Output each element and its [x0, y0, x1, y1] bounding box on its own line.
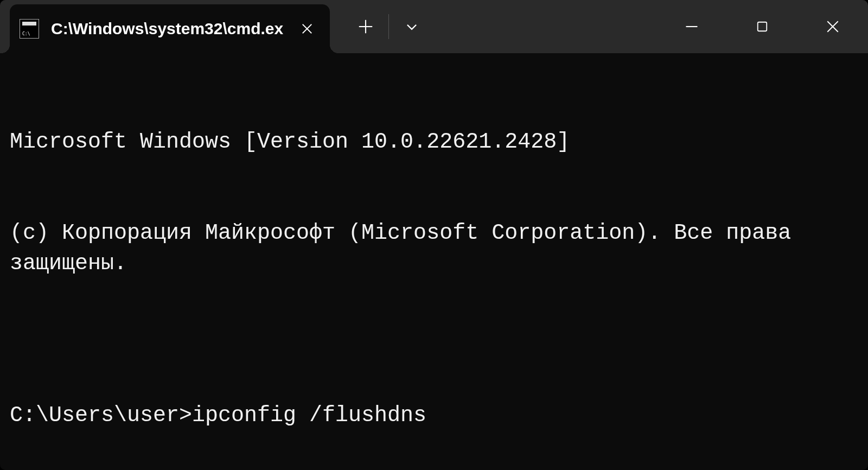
separator — [388, 14, 389, 39]
tab-dropdown-button[interactable] — [392, 8, 431, 46]
terminal-window: C:\Windows\system32\cmd.ex — [0, 0, 868, 470]
cmd-icon — [20, 19, 39, 39]
tab-actions — [346, 0, 431, 53]
terminal-line: (c) Корпорация Майкрософт (Microsoft Cor… — [10, 218, 858, 279]
maximize-icon — [756, 20, 769, 33]
titlebar[interactable]: C:\Windows\system32\cmd.ex — [0, 0, 868, 53]
tab-title: C:\Windows\system32\cmd.ex — [51, 20, 283, 38]
terminal-line: C:\Users\user>ipconfig /flushdns — [10, 401, 858, 431]
plus-icon — [358, 19, 373, 34]
svg-rect-5 — [758, 22, 767, 31]
terminal-line: Microsoft Windows [Version 10.0.22621.24… — [10, 127, 858, 157]
chevron-down-icon — [405, 20, 419, 34]
tab-cmd[interactable]: C:\Windows\system32\cmd.ex — [10, 4, 330, 53]
maximize-button[interactable] — [727, 0, 797, 53]
close-icon — [826, 20, 840, 34]
window-controls — [656, 0, 868, 53]
minimize-icon — [684, 19, 699, 34]
close-icon — [301, 23, 313, 35]
minimize-button[interactable] — [656, 0, 727, 53]
close-window-button[interactable] — [797, 0, 868, 53]
new-tab-button[interactable] — [346, 8, 385, 46]
close-tab-button[interactable] — [295, 17, 319, 41]
terminal-output[interactable]: Microsoft Windows [Version 10.0.22621.24… — [0, 53, 868, 470]
